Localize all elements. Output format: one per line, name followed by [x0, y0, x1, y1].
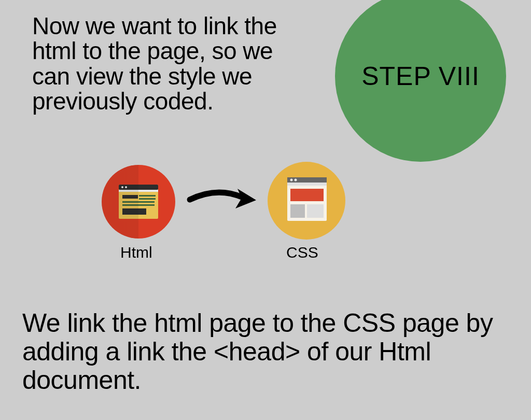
svg-rect-8 [122, 201, 155, 203]
html-icon-label: Html [120, 244, 152, 261]
top-paragraph: Now we want to link the html to the page… [32, 13, 297, 114]
svg-rect-17 [290, 189, 324, 201]
svg-rect-10 [122, 208, 146, 215]
svg-rect-1 [119, 185, 158, 190]
svg-rect-2 [119, 190, 158, 192]
svg-rect-7 [139, 198, 156, 200]
step-label: STEP VIII [361, 61, 480, 91]
svg-point-15 [290, 179, 293, 181]
svg-rect-19 [307, 204, 324, 218]
svg-rect-14 [287, 183, 327, 186]
svg-rect-5 [122, 195, 138, 199]
bottom-paragraph: We link the html page to the CSS page by… [22, 309, 499, 395]
css-file-icon [268, 162, 345, 240]
svg-rect-13 [287, 177, 327, 183]
html-file-icon [102, 165, 175, 239]
diagram-html-to-css: Html CSS [96, 165, 357, 269]
svg-rect-9 [122, 204, 155, 206]
svg-point-4 [125, 186, 127, 188]
svg-rect-6 [139, 195, 156, 197]
step-badge: STEP VIII [335, 0, 506, 162]
svg-point-3 [121, 186, 123, 188]
arrow-right-icon [186, 183, 258, 217]
svg-rect-18 [290, 204, 305, 218]
css-icon-label: CSS [286, 244, 318, 261]
svg-rect-0 [119, 185, 158, 219]
svg-point-16 [295, 179, 297, 181]
slide: Now we want to link the html to the page… [0, 0, 531, 420]
